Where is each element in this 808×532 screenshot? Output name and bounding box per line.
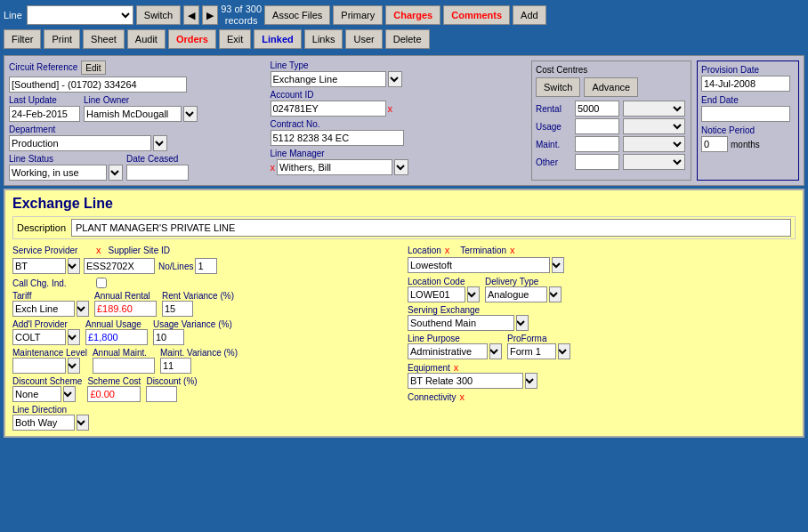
equipment-label: Equipment [408, 363, 450, 373]
date-ceased-input[interactable] [126, 165, 189, 181]
line-status-select[interactable] [109, 165, 123, 181]
last-update-input[interactable] [9, 106, 80, 122]
serving-exchange-select[interactable] [516, 315, 529, 331]
exit-button[interactable]: Exit [219, 29, 251, 49]
cost-centres-title: Cost Centres [536, 65, 687, 75]
line-manager-input[interactable] [277, 159, 392, 175]
department-select[interactable] [153, 135, 167, 151]
circuit-ref-input[interactable] [9, 77, 187, 93]
assoc-files-button[interactable]: Assoc Files [264, 5, 330, 25]
maint-select[interactable] [623, 136, 685, 152]
delivery-type-select[interactable] [549, 286, 562, 302]
line-manager-x[interactable]: x [271, 162, 276, 173]
delete-button[interactable]: Delete [385, 29, 430, 49]
service-provider-input[interactable] [12, 258, 66, 274]
location-code-select[interactable] [467, 286, 480, 302]
rent-variance-input[interactable] [162, 301, 193, 317]
proforma-select[interactable] [558, 343, 570, 359]
filter-button[interactable]: Filter [4, 29, 41, 49]
linked-button[interactable]: Linked [254, 29, 301, 49]
scheme-cost-input[interactable] [87, 386, 141, 402]
orders-button[interactable]: Orders [168, 29, 216, 49]
add-button[interactable]: Add [513, 5, 546, 25]
primary-button[interactable]: Primary [333, 5, 383, 25]
location-input[interactable] [408, 257, 550, 273]
circuit-ref-label: Circuit Reference [9, 62, 77, 72]
supplier-site-input[interactable] [84, 258, 155, 274]
usage-variance-input[interactable] [153, 329, 184, 345]
location-label: Location [408, 246, 441, 255]
termination-x[interactable]: x [510, 245, 515, 255]
account-id-input[interactable] [271, 101, 386, 117]
line-select[interactable] [27, 5, 133, 25]
discount-scheme-select[interactable] [63, 386, 76, 402]
comments-button[interactable]: Comments [443, 5, 510, 25]
rental-select[interactable] [623, 101, 685, 117]
notice-period-input[interactable] [701, 136, 728, 152]
user-button[interactable]: User [345, 29, 382, 49]
next-button[interactable]: ▶ [202, 5, 218, 25]
connectivity-label: Connectivity [408, 392, 456, 402]
line-direction-input[interactable] [12, 415, 75, 431]
location-select[interactable] [552, 257, 564, 273]
line-owner-input[interactable] [84, 106, 182, 122]
service-provider-x[interactable]: x [96, 245, 101, 255]
delivery-type-input[interactable] [485, 286, 547, 302]
description-input[interactable] [71, 219, 791, 237]
audit-button[interactable]: Audit [127, 29, 166, 49]
equipment-input[interactable] [408, 373, 523, 389]
line-type-select[interactable] [388, 71, 402, 87]
serving-exchange-input[interactable] [408, 315, 514, 331]
line-type-input[interactable] [271, 71, 386, 87]
addl-provider-input[interactable] [12, 329, 66, 345]
switch-button[interactable]: Switch [136, 5, 181, 25]
equipment-select[interactable] [525, 373, 537, 389]
line-status-input[interactable] [9, 165, 107, 181]
account-id-x[interactable]: x [388, 103, 393, 114]
print-button[interactable]: Print [44, 29, 80, 49]
annual-maint-input[interactable] [93, 358, 155, 374]
other-select[interactable] [623, 154, 685, 170]
contract-no-input[interactable] [271, 130, 404, 146]
line-direction-select[interactable] [77, 415, 89, 431]
location-x[interactable]: x [445, 245, 450, 255]
charges-button[interactable]: Charges [385, 5, 440, 25]
annual-rental-input[interactable] [94, 301, 157, 317]
edit-button[interactable]: Edit [81, 60, 105, 75]
annual-usage-input[interactable] [85, 329, 148, 345]
other-label: Other [536, 157, 571, 167]
location-code-input[interactable] [408, 286, 465, 302]
cost-switch-button[interactable]: Switch [536, 77, 580, 97]
call-chg-checkbox[interactable] [96, 278, 107, 288]
line-purpose-input[interactable] [408, 343, 488, 359]
no-lines-input[interactable] [195, 258, 217, 274]
maint-level-select[interactable] [68, 358, 80, 374]
addl-provider-select[interactable] [68, 329, 80, 345]
provision-date-input[interactable] [701, 76, 790, 92]
proforma-input[interactable] [507, 343, 556, 359]
tariff-input[interactable] [12, 301, 75, 317]
end-date-input[interactable] [701, 106, 790, 122]
sheet-button[interactable]: Sheet [83, 29, 125, 49]
discount-scheme-input[interactable] [12, 386, 61, 402]
usage-input[interactable] [575, 118, 619, 134]
equipment-x[interactable]: x [454, 362, 459, 373]
links-button[interactable]: Links [304, 29, 343, 49]
addl-provider-label: Add'l Provider [12, 319, 80, 329]
discount-input[interactable] [146, 386, 177, 402]
department-input[interactable] [9, 135, 151, 151]
tariff-select[interactable] [77, 301, 89, 317]
cost-advance-button[interactable]: Advance [584, 77, 638, 97]
maint-level-input[interactable] [12, 358, 66, 374]
line-owner-select[interactable] [183, 106, 198, 122]
usage-select[interactable] [623, 118, 685, 134]
service-provider-select[interactable] [68, 258, 80, 274]
maint-variance-input[interactable] [160, 358, 191, 374]
rental-input[interactable] [575, 101, 619, 117]
maint-input[interactable] [575, 136, 619, 152]
line-purpose-select[interactable] [489, 343, 502, 359]
connectivity-x[interactable]: x [459, 391, 465, 402]
other-input[interactable] [575, 154, 619, 170]
prev-button[interactable]: ◀ [183, 5, 199, 25]
line-manager-select[interactable] [394, 159, 408, 175]
